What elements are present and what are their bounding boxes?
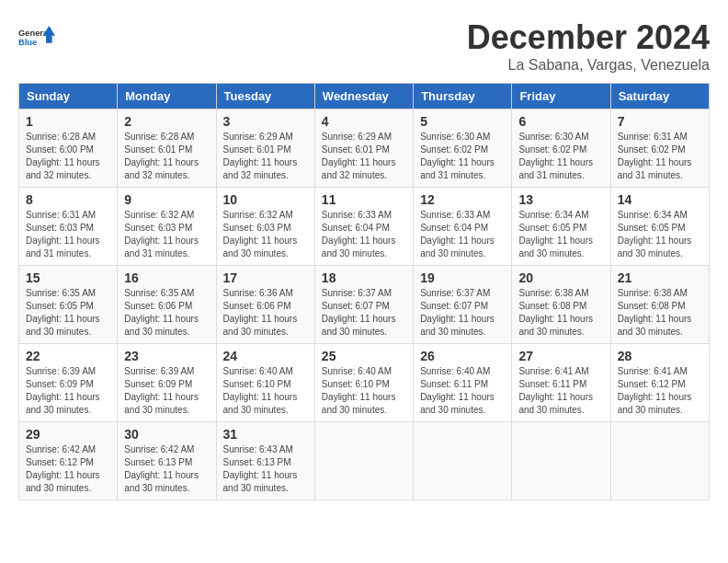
header-sunday: Sunday: [19, 84, 118, 109]
day-cell-3: 3Sunrise: 6:29 AMSunset: 6:01 PMDaylight…: [216, 109, 314, 188]
empty-cell: [512, 422, 610, 500]
day-number: 4: [322, 114, 406, 129]
day-number: 24: [223, 349, 308, 363]
day-cell-2: 2Sunrise: 6:28 AMSunset: 6:01 PMDaylight…: [118, 109, 216, 188]
day-number: 22: [26, 349, 110, 363]
location-subtitle: La Sabana, Vargas, Venezuela: [467, 57, 710, 74]
day-number: 10: [223, 192, 308, 207]
week-row-3: 22Sunrise: 6:39 AMSunset: 6:09 PMDayligh…: [19, 344, 710, 422]
week-row-1: 8Sunrise: 6:31 AMSunset: 6:03 PMDaylight…: [19, 188, 710, 266]
day-info: Sunrise: 6:33 AMSunset: 6:04 PMDaylight:…: [322, 209, 406, 260]
day-number: 13: [518, 192, 603, 207]
week-row-2: 15Sunrise: 6:35 AMSunset: 6:05 PMDayligh…: [19, 266, 710, 344]
header-saturday: Saturday: [610, 84, 709, 109]
day-number: 11: [322, 192, 406, 207]
day-number: 20: [518, 270, 603, 285]
day-number: 31: [223, 427, 308, 442]
day-cell-8: 8Sunrise: 6:31 AMSunset: 6:03 PMDaylight…: [19, 188, 118, 266]
empty-cell: [314, 422, 413, 500]
day-info: Sunrise: 6:40 AMSunset: 6:10 PMDaylight:…: [322, 365, 406, 417]
day-info: Sunrise: 6:30 AMSunset: 6:02 PMDaylight:…: [420, 131, 505, 182]
empty-cell: [414, 422, 512, 500]
header-row: SundayMondayTuesdayWednesdayThursdayFrid…: [19, 84, 710, 109]
logo-svg: General Blue: [18, 18, 55, 55]
day-info: Sunrise: 6:29 AMSunset: 6:01 PMDaylight:…: [223, 131, 308, 182]
day-info: Sunrise: 6:34 AMSunset: 6:05 PMDaylight:…: [518, 209, 603, 260]
day-cell-24: 24Sunrise: 6:40 AMSunset: 6:10 PMDayligh…: [216, 344, 314, 422]
day-info: Sunrise: 6:29 AMSunset: 6:01 PMDaylight:…: [322, 131, 406, 182]
day-cell-6: 6Sunrise: 6:30 AMSunset: 6:02 PMDaylight…: [512, 109, 610, 188]
header-friday: Friday: [512, 84, 610, 109]
day-cell-22: 22Sunrise: 6:39 AMSunset: 6:09 PMDayligh…: [19, 344, 118, 422]
day-info: Sunrise: 6:38 AMSunset: 6:08 PMDaylight:…: [518, 287, 603, 339]
day-cell-10: 10Sunrise: 6:32 AMSunset: 6:03 PMDayligh…: [216, 188, 314, 266]
day-cell-20: 20Sunrise: 6:38 AMSunset: 6:08 PMDayligh…: [512, 266, 610, 344]
day-number: 28: [618, 349, 702, 363]
day-cell-17: 17Sunrise: 6:36 AMSunset: 6:06 PMDayligh…: [216, 266, 314, 344]
day-number: 17: [223, 270, 308, 285]
day-info: Sunrise: 6:32 AMSunset: 6:03 PMDaylight:…: [124, 209, 209, 260]
day-cell-21: 21Sunrise: 6:38 AMSunset: 6:08 PMDayligh…: [610, 266, 709, 344]
day-number: 9: [124, 192, 209, 207]
week-row-4: 29Sunrise: 6:42 AMSunset: 6:12 PMDayligh…: [19, 422, 710, 500]
day-info: Sunrise: 6:41 AMSunset: 6:12 PMDaylight:…: [618, 365, 702, 417]
day-cell-4: 4Sunrise: 6:29 AMSunset: 6:01 PMDaylight…: [314, 109, 413, 188]
header-wednesday: Wednesday: [314, 84, 413, 109]
page-header: General Blue December 2024 La Sabana, Va…: [18, 18, 710, 74]
day-cell-12: 12Sunrise: 6:33 AMSunset: 6:04 PMDayligh…: [414, 188, 512, 266]
day-info: Sunrise: 6:36 AMSunset: 6:06 PMDaylight:…: [223, 287, 308, 339]
logo: General Blue: [18, 18, 55, 55]
header-monday: Monday: [118, 84, 216, 109]
day-info: Sunrise: 6:43 AMSunset: 6:13 PMDaylight:…: [223, 443, 308, 495]
day-cell-9: 9Sunrise: 6:32 AMSunset: 6:03 PMDaylight…: [118, 188, 216, 266]
day-cell-13: 13Sunrise: 6:34 AMSunset: 6:05 PMDayligh…: [512, 188, 610, 266]
day-cell-27: 27Sunrise: 6:41 AMSunset: 6:11 PMDayligh…: [512, 344, 610, 422]
day-number: 16: [124, 270, 209, 285]
title-area: December 2024 La Sabana, Vargas, Venezue…: [467, 18, 710, 74]
day-number: 26: [420, 349, 505, 363]
day-number: 15: [26, 270, 110, 285]
day-cell-11: 11Sunrise: 6:33 AMSunset: 6:04 PMDayligh…: [314, 188, 413, 266]
day-cell-7: 7Sunrise: 6:31 AMSunset: 6:02 PMDaylight…: [610, 109, 709, 188]
day-cell-14: 14Sunrise: 6:34 AMSunset: 6:05 PMDayligh…: [610, 188, 709, 266]
day-info: Sunrise: 6:39 AMSunset: 6:09 PMDaylight:…: [26, 365, 110, 417]
day-number: 12: [420, 192, 505, 207]
day-number: 21: [618, 270, 702, 285]
day-cell-5: 5Sunrise: 6:30 AMSunset: 6:02 PMDaylight…: [414, 109, 512, 188]
day-cell-25: 25Sunrise: 6:40 AMSunset: 6:10 PMDayligh…: [314, 344, 413, 422]
day-number: 23: [124, 349, 209, 363]
day-info: Sunrise: 6:28 AMSunset: 6:00 PMDaylight:…: [26, 131, 110, 182]
day-info: Sunrise: 6:42 AMSunset: 6:13 PMDaylight:…: [124, 443, 209, 495]
day-cell-18: 18Sunrise: 6:37 AMSunset: 6:07 PMDayligh…: [314, 266, 413, 344]
month-title: December 2024: [467, 18, 710, 57]
day-number: 6: [518, 114, 603, 129]
day-info: Sunrise: 6:40 AMSunset: 6:10 PMDaylight:…: [223, 365, 308, 417]
day-cell-31: 31Sunrise: 6:43 AMSunset: 6:13 PMDayligh…: [216, 422, 314, 500]
day-info: Sunrise: 6:30 AMSunset: 6:02 PMDaylight:…: [518, 131, 603, 182]
day-info: Sunrise: 6:42 AMSunset: 6:12 PMDaylight:…: [26, 443, 110, 495]
header-thursday: Thursday: [414, 84, 512, 109]
day-number: 3: [223, 114, 308, 129]
day-info: Sunrise: 6:31 AMSunset: 6:02 PMDaylight:…: [618, 131, 702, 182]
day-cell-29: 29Sunrise: 6:42 AMSunset: 6:12 PMDayligh…: [19, 422, 118, 500]
day-number: 7: [618, 114, 702, 129]
day-info: Sunrise: 6:28 AMSunset: 6:01 PMDaylight:…: [124, 131, 209, 182]
week-row-0: 1Sunrise: 6:28 AMSunset: 6:00 PMDaylight…: [19, 109, 710, 188]
day-number: 30: [124, 427, 209, 442]
day-number: 19: [420, 270, 505, 285]
day-info: Sunrise: 6:40 AMSunset: 6:11 PMDaylight:…: [420, 365, 505, 417]
day-number: 27: [518, 349, 603, 363]
day-cell-19: 19Sunrise: 6:37 AMSunset: 6:07 PMDayligh…: [414, 266, 512, 344]
day-number: 2: [124, 114, 209, 129]
day-info: Sunrise: 6:39 AMSunset: 6:09 PMDaylight:…: [124, 365, 209, 417]
day-cell-23: 23Sunrise: 6:39 AMSunset: 6:09 PMDayligh…: [118, 344, 216, 422]
day-info: Sunrise: 6:34 AMSunset: 6:05 PMDaylight:…: [618, 209, 702, 260]
day-info: Sunrise: 6:41 AMSunset: 6:11 PMDaylight:…: [518, 365, 603, 417]
day-cell-28: 28Sunrise: 6:41 AMSunset: 6:12 PMDayligh…: [610, 344, 709, 422]
calendar-table: SundayMondayTuesdayWednesdayThursdayFrid…: [18, 83, 710, 500]
day-number: 5: [420, 114, 505, 129]
day-cell-16: 16Sunrise: 6:35 AMSunset: 6:06 PMDayligh…: [118, 266, 216, 344]
day-number: 18: [322, 270, 406, 285]
day-info: Sunrise: 6:32 AMSunset: 6:03 PMDaylight:…: [223, 209, 308, 260]
day-info: Sunrise: 6:37 AMSunset: 6:07 PMDaylight:…: [420, 287, 505, 339]
